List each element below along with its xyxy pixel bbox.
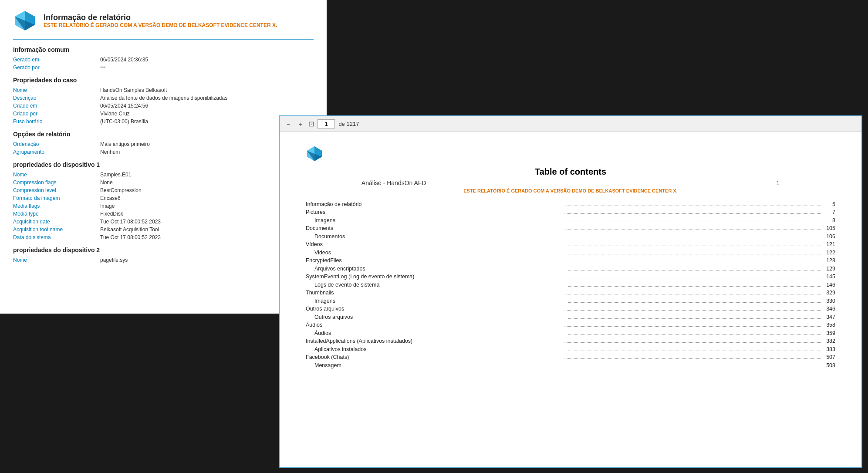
toc-dots	[568, 216, 821, 222]
toc-title: Table of contents	[306, 167, 835, 177]
pdf-page-of: de 1217	[338, 121, 359, 127]
toc-item-label: Outros arquivos	[314, 314, 567, 320]
toc-dots	[568, 265, 821, 270]
label-descricao: Descrição	[13, 95, 100, 101]
value-ordenacao: Mais antigos primeiro	[100, 141, 150, 147]
prop-row: Nome HandsOn Samples Belkasoft	[13, 87, 314, 93]
case-props-title: Propriedades do caso	[13, 77, 314, 84]
prop-row: Nome pagefile.sys	[13, 257, 314, 263]
toc-dots	[568, 362, 821, 367]
toc-dots	[564, 209, 821, 214]
toc-dots	[568, 281, 821, 287]
toc-page: 129	[822, 266, 835, 272]
toc-subtitle: Análise - HandsOn AFD 1	[306, 179, 835, 186]
toc-page: 5	[822, 201, 835, 207]
toc-dots	[568, 345, 821, 351]
toc-item-label: SystemEventLog (Log de evento de sistema…	[306, 274, 562, 280]
toc-item: Aplicativos instalados383	[306, 345, 835, 352]
toc-page: 122	[822, 250, 835, 256]
toc-item: Áudios359	[306, 329, 835, 336]
toc-dots	[564, 305, 821, 311]
prop-row: Formato da imagem Encase6	[13, 195, 314, 201]
toc-items-container: Informação de relatório5Pictures7Imagens…	[306, 200, 835, 368]
value-data-sistema: Tue Oct 17 08:00:52 2023	[100, 234, 161, 240]
prop-row: Compression flags None	[13, 179, 314, 186]
prop-row: Agrupamento Nenhum	[13, 149, 314, 155]
toc-item-label: Facebook (Chats)	[306, 354, 562, 360]
label-d2-nome: Nome	[13, 257, 100, 263]
label-nome: Nome	[13, 87, 100, 93]
toc-item-label: Aplicativos instalados	[314, 346, 567, 352]
label-gerado-por: Gerado por	[13, 64, 100, 71]
value-gerado-por: •••	[100, 64, 106, 71]
toc-item-label: Imagens	[314, 217, 567, 223]
label-fuso-horario: Fuso horário	[13, 118, 100, 125]
value-descricao: Analise da fonte de dados de imagens dis…	[100, 95, 227, 101]
report-options-title: Opções de relatório	[13, 131, 314, 138]
toc-item: Áudios358	[306, 321, 835, 328]
pdf-zoom-out-button[interactable]: −	[284, 120, 293, 128]
value-compression-flags: None	[100, 179, 113, 186]
value-acquisition-tool: Belkasoft Acquisition Tool	[100, 226, 159, 233]
device2-fields: Nome pagefile.sys	[13, 257, 314, 263]
case-props-fields: Nome HandsOn Samples Belkasoft Descrição…	[13, 87, 314, 125]
toc-page: 145	[822, 274, 835, 280]
device1-fields: Nome Samples.E01 Compression flags None …	[13, 172, 314, 240]
value-d1-nome: Samples.E01	[100, 172, 131, 178]
value-agrupamento: Nenhum	[100, 149, 120, 155]
toc-dots	[568, 233, 821, 238]
left-panel: Informação de relatório ESTE RELATÓRIO É…	[0, 0, 327, 314]
toc-item: SystemEventLog (Log de evento de sistema…	[306, 273, 835, 280]
toc-item: Facebook (Chats)507	[306, 354, 835, 361]
pdf-logo-area	[306, 145, 835, 162]
prop-row: Media flags Image	[13, 203, 314, 209]
label-d1-nome: Nome	[13, 172, 100, 178]
value-gerado-em: 06/05/2024 20:36:35	[100, 57, 148, 63]
toc-dots	[568, 329, 821, 335]
header-divider	[13, 39, 314, 40]
toc-page: 358	[822, 322, 835, 328]
value-formato-imagem: Encase6	[100, 195, 121, 201]
pdf-zoom-in-button[interactable]: +	[296, 120, 305, 128]
value-nome: HandsOn Samples Belkasoft	[100, 87, 167, 93]
report-title: Informação de relatório	[44, 13, 277, 22]
value-fuso-horario: (UTC-03:00) Brasília	[100, 118, 148, 125]
toc-item-label: Outros arquivos	[306, 306, 562, 312]
toc-page: 507	[822, 354, 835, 360]
toc-item: Outros arquivos347	[306, 313, 835, 320]
pdf-belkasoft-logo-icon	[306, 145, 323, 162]
report-options-fields: Ordenação Mais antigos primeiro Agrupame…	[13, 141, 314, 155]
toc-page: 7	[822, 209, 835, 215]
toc-dots	[564, 354, 821, 359]
toc-page: 330	[822, 298, 835, 304]
device2-title: propriedades do dispositivo 2	[13, 247, 314, 253]
prop-row: Acquisition date Tue Oct 17 08:00:52 202…	[13, 219, 314, 225]
toc-dots	[564, 257, 821, 263]
toc-page: 106	[822, 233, 835, 240]
toc-page: 382	[822, 338, 835, 344]
prop-row: Gerado por •••	[13, 64, 314, 71]
value-criado-em: 06/05/2024 15:24:56	[100, 103, 148, 109]
report-header: Informação de relatório ESTE RELATÓRIO É…	[13, 9, 314, 33]
toc-item: Mensagem508	[306, 362, 835, 368]
prop-row: Ordenação Mais antigos primeiro	[13, 141, 314, 147]
toc-item: Documentos106	[306, 233, 835, 240]
toc-page: 508	[822, 362, 835, 368]
toc-subtitle-page: 1	[776, 179, 780, 186]
toc-page: 8	[822, 217, 835, 223]
pdf-screen-icon: ⊡	[308, 120, 314, 128]
value-d2-nome: pagefile.sys	[100, 257, 128, 263]
pdf-toolbar: − + ⊡ de 1217	[280, 116, 861, 132]
toc-page: 346	[822, 306, 835, 312]
prop-row: Fuso horário (UTC-03:00) Brasília	[13, 118, 314, 125]
toc-item-label: Pictures	[306, 209, 562, 215]
label-data-sistema: Data do sistema	[13, 234, 100, 240]
pdf-page-input[interactable]	[317, 119, 335, 128]
prop-row: Acquisition tool name Belkasoft Acquisit…	[13, 226, 314, 233]
toc-item: Outros arquivos346	[306, 305, 835, 312]
report-subtitle: ESTE RELATÓRIO É GERADO COM A VERSÃO DEM…	[44, 22, 277, 28]
label-media-type: Media type	[13, 211, 100, 217]
toc-item-label: Documentos	[314, 233, 567, 240]
value-media-flags: Image	[100, 203, 115, 209]
toc-item: Arquivos encriptados129	[306, 265, 835, 272]
